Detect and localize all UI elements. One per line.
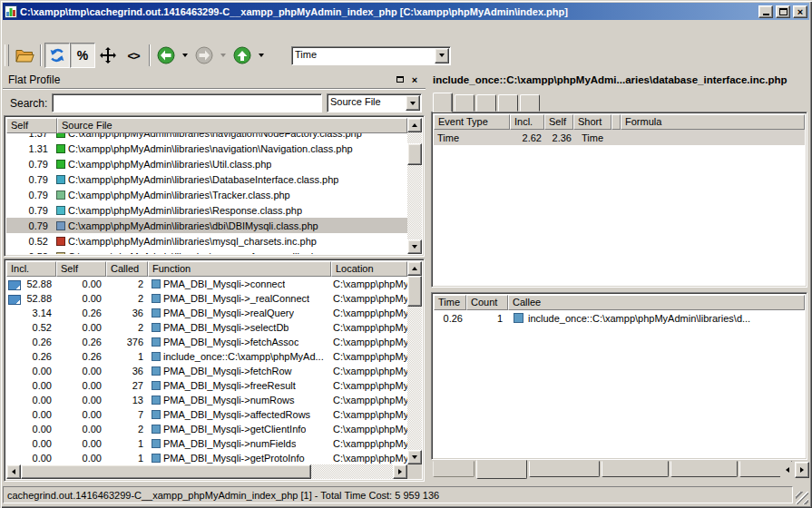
tab-scroll-left-button[interactable] (780, 462, 795, 478)
up-button[interactable] (230, 43, 255, 68)
scroll-down-button[interactable] (407, 450, 422, 464)
detail-tab[interactable] (498, 94, 518, 112)
location-value: C:\xampp\phpMy (331, 293, 407, 304)
scrollbar-thumb[interactable] (407, 143, 422, 165)
column-header-time[interactable]: Time (434, 295, 466, 310)
detail-tab[interactable] (455, 94, 474, 112)
detail-tab[interactable] (433, 93, 453, 112)
menu-item[interactable] (49, 27, 64, 34)
scroll-up-button[interactable] (407, 261, 422, 276)
column-header-count[interactable]: Count (466, 295, 508, 310)
table-row[interactable]: 0.79 C:\xampp\phpMyAdmin\libraries\Respo… (6, 202, 407, 218)
toolbar-handle[interactable] (5, 44, 9, 66)
back-dropdown[interactable] (179, 43, 191, 68)
percent-toggle-button[interactable]: % (70, 43, 95, 68)
table-row[interactable]: 0.52 0.00 2 PMA_DBI_Mysqli->selectDb C:\… (6, 320, 407, 335)
forward-dropdown (217, 43, 230, 68)
table-row[interactable]: 0.00 0.00 1 PMA_DBI_Mysqli->numFields C:… (6, 436, 407, 451)
search-input[interactable] (52, 93, 322, 112)
combo-dropdown-button[interactable] (435, 48, 449, 64)
table-row[interactable]: 52.88 0.00 2 PMA_DBI_Mysqli->_realConnec… (6, 291, 407, 306)
column-header-source-file[interactable]: Source File (57, 118, 407, 133)
menu-item[interactable] (64, 27, 78, 34)
incl-cost-value: 52.88 (26, 278, 52, 289)
callee-icon (514, 313, 523, 323)
column-header-formula[interactable]: Formula (621, 114, 805, 130)
back-button[interactable] (153, 43, 179, 68)
menu-item[interactable] (20, 27, 34, 34)
table-row[interactable]: 0.26 1 include_once::C:\xampp\phpMyAdmin… (434, 310, 805, 326)
scroll-right-button[interactable] (393, 464, 407, 479)
table-row[interactable]: 0.00 0.00 27 PMA_DBI_Mysqli->freeResult … (6, 378, 407, 393)
table-row[interactable]: 0.00 0.00 7 PMA_DBI_Mysqli->affectedRows… (6, 407, 407, 422)
table-row[interactable]: 1.37 C:\xampp\phpMyAdmin\libraries\navig… (6, 133, 407, 141)
menu-item[interactable] (5, 27, 20, 34)
scroll-up-button[interactable] (407, 118, 422, 132)
title-bar: C:\xampp\tmp\cachegrind.out.1416463299-C… (3, 3, 809, 20)
incl-cost-value: 0.00 (33, 453, 52, 464)
dock-header[interactable]: Flat Profile × (3, 71, 426, 89)
scroll-down-button[interactable] (407, 239, 422, 254)
table-row[interactable]: 52.88 0.00 2 PMA_DBI_Mysqli->connect C:\… (6, 277, 407, 291)
table-row[interactable]: 0.79 C:\xampp\phpMyAdmin\libraries\Datab… (6, 171, 407, 187)
column-header-event-type[interactable]: Event Type (434, 114, 510, 130)
scrollbar-thumb[interactable] (407, 276, 422, 307)
column-header-short[interactable]: Short (573, 114, 611, 130)
resize-grip[interactable] (796, 492, 808, 504)
table-row[interactable]: 0.00 0.00 1 PMA_DBI_Mysqli->getProtoInfo… (6, 451, 407, 464)
table-row[interactable]: 0.00 0.00 36 PMA_DBI_Mysqli->fetchRow C:… (6, 364, 407, 378)
cycle-detection-button[interactable]: <> (121, 43, 146, 68)
table-row[interactable]: 0.00 0.00 13 PMA_DBI_Mysqli->numRows C:\… (6, 393, 407, 407)
event-type-combo[interactable]: Time (291, 46, 451, 65)
scrollbar-thumb[interactable] (21, 464, 311, 479)
self-cost-value: 2.36 (544, 132, 573, 143)
column-header-called[interactable]: Called (106, 261, 148, 277)
table-row[interactable]: 0.26 0.26 1 include_once::C:\xampp\phpMy… (6, 349, 407, 364)
dock-float-button[interactable] (393, 73, 407, 86)
maximize-button[interactable] (776, 5, 790, 18)
menu-item[interactable] (34, 27, 49, 34)
column-header-spacer[interactable] (611, 114, 621, 130)
tab-scroll-right-button[interactable] (795, 462, 809, 478)
column-header-incl[interactable]: Incl. (6, 261, 56, 277)
close-button[interactable]: × (793, 5, 807, 18)
column-header-self[interactable]: Self (6, 118, 57, 133)
table-row[interactable]: Time 2.62 2.36 Time (434, 130, 805, 145)
view-tab[interactable] (529, 461, 600, 477)
table-row[interactable]: 3.14 0.26 36 PMA_DBI_Mysqli->realQuery C… (6, 306, 407, 320)
column-header-self[interactable]: Self (544, 114, 573, 130)
up-dropdown[interactable] (255, 43, 268, 68)
open-file-button[interactable] (12, 43, 37, 68)
table-row[interactable]: 0.00 0.00 2 PMA_DBI_Mysqli->getClientInf… (6, 422, 407, 436)
table-row[interactable]: 0.52 C:\xampp\phpMyAdmin\libraries\user_… (6, 249, 407, 254)
source-file-path: C:\xampp\phpMyAdmin\libraries\user_prefe… (68, 251, 322, 255)
dump-button[interactable] (95, 43, 121, 68)
relative-cost-button[interactable] (44, 43, 70, 68)
table-row[interactable]: 0.26 0.26 376 PMA_DBI_Mysqli->fetchAssoc… (6, 335, 407, 349)
table-row[interactable]: 0.79 C:\xampp\phpMyAdmin\libraries\Track… (6, 187, 407, 202)
column-header-callee[interactable]: Callee (508, 295, 805, 310)
source-file-path: C:\xampp\phpMyAdmin\libraries\dbi\DBIMys… (68, 220, 318, 231)
table-row[interactable]: 1.31 C:\xampp\phpMyAdmin\libraries\navig… (6, 141, 407, 156)
column-header-self[interactable]: Self (56, 261, 106, 277)
table-row[interactable]: 0.52 C:\xampp\phpMyAdmin\libraries\mysql… (6, 233, 407, 249)
scroll-left-button[interactable] (6, 464, 21, 479)
combo-dropdown-button[interactable] (406, 95, 420, 111)
scrollbar-track[interactable] (407, 132, 422, 239)
column-header-incl[interactable]: Incl. (510, 114, 544, 130)
view-tab[interactable] (602, 461, 669, 477)
location-value: C:\xampp\phpMy (331, 409, 407, 420)
detail-tab[interactable] (476, 94, 496, 112)
column-header-function[interactable]: Function (148, 261, 331, 277)
table-row[interactable]: 0.79 C:\xampp\phpMyAdmin\libraries\dbi\D… (6, 218, 407, 233)
scrollbar-track[interactable] (407, 276, 422, 450)
dock-close-button[interactable]: × (407, 73, 422, 86)
table-row[interactable]: 0.79 C:\xampp\phpMyAdmin\libraries\Util.… (6, 156, 407, 171)
scrollbar-track[interactable] (21, 464, 393, 479)
view-tab[interactable] (670, 461, 738, 477)
detail-tab[interactable] (520, 94, 540, 112)
grouping-combo[interactable]: Source File (327, 93, 422, 112)
column-header-location[interactable]: Location (331, 261, 407, 277)
minimize-button[interactable] (758, 5, 773, 18)
view-tab[interactable] (476, 460, 527, 479)
